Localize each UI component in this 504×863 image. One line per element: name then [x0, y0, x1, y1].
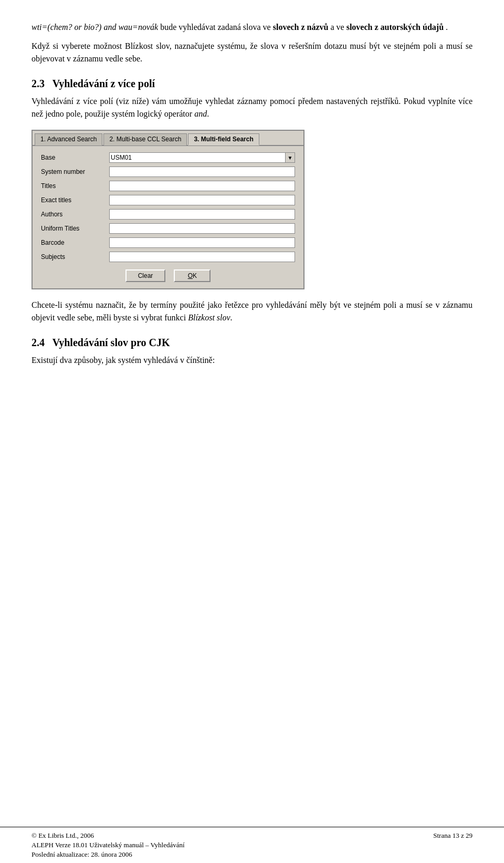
- tab-advanced-search[interactable]: 1. Advanced Search: [35, 133, 102, 145]
- field-input-authors[interactable]: [109, 209, 295, 220]
- field-row-system-number: System number: [41, 167, 295, 177]
- section23-after-text: Chcete-li systému naznačit, že by termín…: [32, 300, 472, 322]
- intro-text2: a ve: [330, 23, 346, 32]
- dialog-box: 1. Advanced Search 2. Multi-base CCL Sea…: [32, 130, 304, 289]
- dialog-tabs: 1. Advanced Search 2. Multi-base CCL Sea…: [33, 131, 303, 146]
- field-input-subjects[interactable]: [109, 252, 295, 262]
- field-row-uniform-titles: Uniform Titles: [41, 223, 295, 234]
- field-label-uniform-titles: Uniform Titles: [41, 225, 109, 232]
- footer: © Ex Libris Ltd., 2006 ALEPH Verze 18.01…: [0, 827, 504, 863]
- section23-para1: Vyhledávání z více polí (viz níže) vám u…: [32, 95, 472, 120]
- field-input-system-number[interactable]: [109, 167, 295, 177]
- dialog-buttons: Clear OK: [41, 269, 295, 282]
- field-label-titles: Titles: [41, 182, 109, 190]
- field-input-titles[interactable]: [109, 181, 295, 191]
- section23-para1-end: .: [207, 109, 209, 118]
- base-row: Base USM01 ▼: [41, 152, 295, 163]
- field-label-exact-titles: Exact titles: [41, 196, 109, 204]
- intro-para1: wti=(chem? or bio?) and wau=novák bude v…: [32, 21, 472, 34]
- footer-line2: ALEPH Verze 18.01 Uživatelský manuál – V…: [32, 841, 185, 849]
- footer-line3: Poslední aktualizace: 28. února 2006: [32, 850, 185, 859]
- section23-after-para: Chcete-li systému naznačit, že by termín…: [32, 299, 472, 324]
- field-row-titles: Titles: [41, 181, 295, 191]
- footer-page-info: Strana 13 z 29: [433, 831, 472, 840]
- tab-multifield-search[interactable]: 3. Multi-field Search: [188, 133, 259, 145]
- footer-copyright: © Ex Libris Ltd., 2006: [32, 831, 185, 840]
- ok-button[interactable]: OK: [174, 269, 211, 282]
- intro-para2: Když si vyberete možnost Blízkost slov, …: [32, 40, 472, 65]
- intro-text1: bude vyhledávat zadaná slova ve: [160, 23, 273, 32]
- section23-and-italic: and: [194, 109, 207, 118]
- field-label-subjects: Subjects: [41, 253, 109, 261]
- field-row-exact-titles: Exact titles: [41, 195, 295, 205]
- field-label-authors: Authors: [41, 211, 109, 218]
- field-row-barcode: Barcode: [41, 237, 295, 248]
- field-label-system-number: System number: [41, 168, 109, 175]
- footer-left: © Ex Libris Ltd., 2006 ALEPH Verze 18.01…: [32, 831, 185, 859]
- intro-bold1: slovech z názvů: [273, 23, 329, 32]
- field-label-barcode: Barcode: [41, 239, 109, 246]
- section23-para1-text: Vyhledávání z více polí (viz níže) vám u…: [32, 97, 472, 118]
- intro-bold2: slovech z autorských údajů: [346, 23, 444, 32]
- field-input-barcode[interactable]: [109, 237, 295, 248]
- section23-title: Vyhledávání z více polí: [52, 78, 155, 89]
- section23-after-end: .: [230, 313, 233, 322]
- section24-title: Vyhledávání slov pro CJK: [52, 337, 170, 348]
- intro-end: .: [446, 23, 448, 32]
- field-row-authors: Authors: [41, 209, 295, 220]
- base-select[interactable]: USM01: [109, 152, 286, 163]
- tab-multibase-ccl[interactable]: 2. Multi-base CCL Search: [103, 133, 187, 145]
- section23-blízkost-italic: Blízkost slov: [188, 313, 230, 322]
- clear-button[interactable]: Clear: [125, 269, 166, 282]
- section23-heading: 2.3 Vyhledávání z více polí: [32, 78, 472, 90]
- select-arrow-icon[interactable]: ▼: [286, 152, 295, 163]
- page-content: wti=(chem? or bio?) and wau=novák bude v…: [0, 0, 504, 827]
- wti-code: wti=(chem? or bio?) and wau=novák: [32, 23, 158, 32]
- dialog-body: Base USM01 ▼ System number Titles Exact …: [33, 146, 303, 288]
- section24-heading: 2.4 Vyhledávání slov pro CJK: [32, 337, 472, 349]
- field-input-exact-titles[interactable]: [109, 195, 295, 205]
- base-select-wrapper: USM01 ▼: [109, 152, 295, 163]
- field-row-subjects: Subjects: [41, 252, 295, 262]
- section24-para: Existují dva způsoby, jak systém vyhledá…: [32, 354, 472, 367]
- section23-number: 2.3: [32, 78, 45, 89]
- field-input-uniform-titles[interactable]: [109, 223, 295, 234]
- base-label: Base: [41, 154, 109, 161]
- section24-number: 2.4: [32, 337, 45, 348]
